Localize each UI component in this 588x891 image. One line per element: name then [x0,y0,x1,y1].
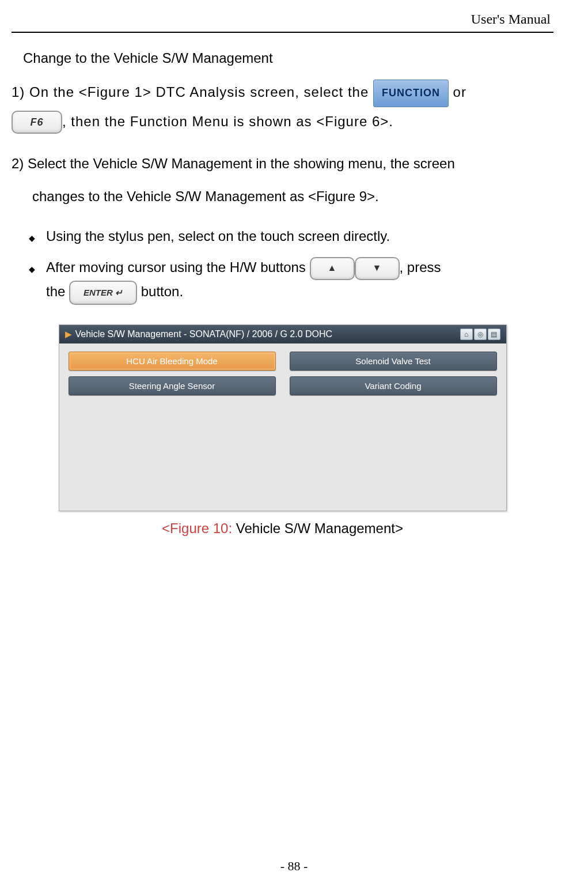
page-number: - 88 - [0,859,588,874]
bullet2-p2: , press [400,259,441,275]
app-window: ▶ Vehicle S/W Management - SONATA(NF) / … [59,324,507,511]
section-title: Change to the Vehicle S/W Management [23,50,553,66]
vehicle-icon[interactable]: ▤ [488,329,500,340]
figure-caption-text: Vehicle S/W Management> [232,520,403,536]
bullet2-p4: button. [141,284,183,299]
camera-icon[interactable]: ◎ [474,329,487,340]
home-icon[interactable]: ⌂ [460,329,473,340]
page-header: User's Manual [12,12,553,33]
bullet-2: After moving cursor using the H/W button… [12,256,553,304]
figure-10: ▶ Vehicle S/W Management - SONATA(NF) / … [59,324,507,537]
button-grid: HCU Air Bleeding Mode Solenoid Valve Tes… [69,352,497,395]
function-button-icon: FUNCTION [373,80,449,107]
titlebar-text: Vehicle S/W Management - SONATA(NF) / 20… [75,329,333,339]
bullet2-p3: the [46,284,69,299]
variant-coding-button[interactable]: Variant Coding [290,376,497,395]
step2-line2: changes to the Vehicle S/W Management as… [12,185,553,209]
step1-text-suffix: , then the Function Menu is shown as <Fi… [62,114,393,129]
arrow-up-key-icon: ▲ [310,257,355,280]
bullet2-p1: After moving cursor using the H/W button… [46,259,310,275]
titlebar-arrow-icon: ▶ [65,329,72,339]
step2-line1: 2) Select the Vehicle S/W Management in … [12,152,553,176]
enter-key-icon: ENTER ↵ [69,281,137,305]
arrow-down-key-icon: ▼ [355,257,400,280]
step1-text-prefix: 1) On the <Figure 1> DTC Analysis screen… [12,84,373,100]
step-2: 2) Select the Vehicle S/W Management in … [12,152,553,209]
header-title: User's Manual [471,12,551,27]
solenoid-valve-test-button[interactable]: Solenoid Valve Test [290,352,497,371]
app-body: HCU Air Bleeding Mode Solenoid Valve Tes… [59,343,506,511]
figure-caption-number: <Figure 10: [162,520,232,536]
figure-caption: <Figure 10: Vehicle S/W Management> [59,520,507,537]
hcu-air-bleeding-button[interactable]: HCU Air Bleeding Mode [69,352,276,371]
step1-text-mid: or [453,84,466,100]
app-titlebar: ▶ Vehicle S/W Management - SONATA(NF) / … [59,325,506,343]
page-content: Change to the Vehicle S/W Management 1) … [12,33,553,537]
step-1: 1) On the <Figure 1> DTC Analysis screen… [12,78,553,136]
f6-key-icon: F6 [12,111,62,134]
bullet-1: Using the stylus pen, select on the touc… [12,225,553,248]
steering-angle-sensor-button[interactable]: Steering Angle Sensor [69,376,276,395]
titlebar-icons: ⌂ ◎ ▤ [460,329,500,340]
bullet-list: Using the stylus pen, select on the touc… [12,225,553,305]
app-title-left: ▶ Vehicle S/W Management - SONATA(NF) / … [65,329,333,339]
